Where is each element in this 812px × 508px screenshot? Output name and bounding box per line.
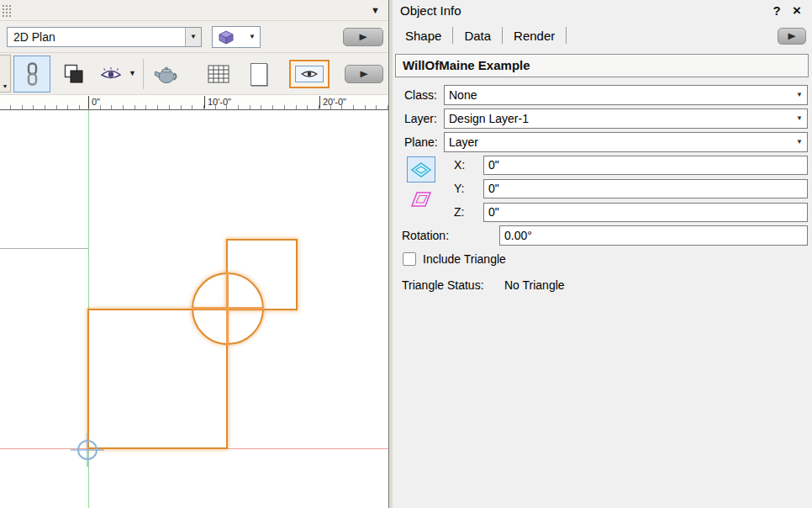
plane-label: Plane: (404, 132, 438, 152)
circle-crosshair-vertical (226, 273, 229, 345)
wall-tool-select[interactable]: ▼ (212, 26, 261, 48)
origin-marker-vertical (87, 433, 88, 467)
layer-plane-button[interactable] (407, 156, 435, 183)
dropdown-arrow-icon: ▼ (796, 86, 803, 104)
render-teapot-icon (154, 64, 179, 84)
visibility-box-button[interactable] (289, 60, 330, 88)
stack-squares-icon (62, 63, 85, 85)
y-label: Y: (454, 179, 464, 198)
object-name: WillOfMaine Example (403, 58, 530, 72)
layer-select[interactable]: Design Layer-1 ▼ (444, 108, 808, 129)
view-mode-dropdown-button[interactable]: ▼ (185, 28, 201, 46)
screen-plane-icon (411, 191, 431, 208)
dropdown-arrow-icon: ▼ (3, 83, 8, 89)
object-info-panel: Object Info ? × Shape Data Render ▶ Will… (393, 0, 812, 508)
toolbar-row-tools: ▼ (0, 53, 389, 95)
dropdown-arrow-icon: ▼ (796, 109, 803, 128)
toolbar-row-view: 2D Plan ▼ ▼ ▶ (0, 21, 389, 53)
application-window: ▼ 2D Plan ▼ ▼ ▶ ▼ (0, 0, 812, 508)
visibility-box-icon (295, 66, 324, 82)
drawing-canvas[interactable] (0, 110, 389, 508)
toolbar-collapse-arrow-icon[interactable]: ▼ (371, 6, 380, 15)
ruler-label-20ft: 20'-0" (319, 96, 346, 108)
overflow-arrow-icon: ▶ (360, 70, 367, 78)
tools-overflow-button[interactable]: ▶ (345, 65, 383, 83)
include-triangle-label: Include Triangle (423, 252, 506, 267)
snap-link-icon (24, 61, 40, 87)
z-value: 0" (488, 205, 499, 219)
eye-tool-button[interactable] (94, 58, 128, 90)
view-overflow-button[interactable]: ▶ (343, 28, 383, 46)
grid-button[interactable] (202, 59, 235, 89)
x-input[interactable]: 0" (483, 156, 808, 175)
y-input[interactable]: 0" (483, 179, 808, 198)
class-label: Class: (404, 85, 437, 105)
overflow-arrow-icon: ▶ (788, 32, 795, 40)
layer-value: Design Layer-1 (449, 112, 529, 125)
panel-overflow-button[interactable]: ▶ (778, 28, 806, 45)
x-value: 0" (488, 158, 499, 172)
z-label: Z: (454, 203, 464, 222)
object-name-header: WillOfMaine Example (395, 54, 809, 77)
horizontal-ruler: 0" 10'-0" 20'-0" (0, 95, 389, 110)
tab-separator (452, 27, 453, 44)
ruler-label-0: 0" (88, 96, 100, 108)
toolbar-row-top: ▼ (0, 0, 389, 21)
y-value: 0" (488, 182, 499, 195)
panel-tabs: Shape Data Render (393, 21, 762, 50)
ruler-label-10ft: 10'-0" (204, 96, 231, 108)
screen-plane-button[interactable] (407, 186, 435, 212)
dropdown-arrow-icon: ▼ (190, 34, 197, 40)
triangle-status-value: No Triangle (504, 278, 565, 293)
x-label: X: (454, 156, 465, 175)
close-button[interactable]: × (788, 0, 806, 21)
panel-title: Object Info (400, 0, 461, 21)
stack-squares-button[interactable] (55, 58, 91, 90)
include-triangle-checkbox[interactable] (403, 252, 416, 266)
page-boundary-line (0, 248, 88, 249)
tab-shape[interactable]: Shape (405, 29, 441, 43)
page-button[interactable] (244, 57, 274, 91)
tab-data[interactable]: Data (464, 29, 491, 43)
cutoff-tool-button[interactable]: ▼ (0, 55, 11, 93)
tab-separator (502, 27, 503, 44)
toolbar-drag-handle[interactable] (2, 4, 11, 17)
tab-separator (566, 27, 567, 44)
layer-label: Layer: (404, 108, 437, 129)
snap-link-button[interactable] (13, 56, 50, 93)
render-teapot-button[interactable] (149, 58, 184, 90)
class-select[interactable]: None ▼ (444, 85, 808, 105)
eye-icon (301, 69, 318, 79)
wall-tool-icon (217, 29, 235, 45)
plane-select[interactable]: Layer ▼ (444, 132, 808, 152)
page-icon (250, 63, 267, 86)
triangle-status-label: Triangle Status: (402, 278, 484, 293)
overflow-arrow-icon: ▶ (359, 33, 366, 41)
view-mode-value: 2D Plan (8, 30, 185, 44)
dropdown-arrow-icon: ▼ (249, 34, 256, 40)
rotation-input[interactable]: 0.00° (499, 225, 808, 246)
view-mode-select[interactable]: 2D Plan ▼ (7, 27, 202, 47)
rotation-value: 0.00° (504, 229, 532, 242)
plane-value: Layer (449, 135, 478, 149)
grid-icon (208, 65, 229, 83)
help-button[interactable]: ? (768, 0, 785, 21)
z-input[interactable]: 0" (483, 203, 808, 222)
eye-icon (100, 67, 122, 81)
rotation-label: Rotation: (402, 225, 449, 246)
drawing-region: ▼ 2D Plan ▼ ▼ ▶ ▼ (0, 0, 389, 508)
class-value: None (449, 88, 477, 102)
dropdown-arrow-icon: ▼ (796, 133, 803, 151)
toolbar-separator (143, 59, 144, 89)
layer-plane-icon (410, 161, 432, 178)
tab-render[interactable]: Render (514, 29, 555, 43)
eye-tool-dropdown-arrow[interactable]: ▼ (129, 70, 136, 77)
